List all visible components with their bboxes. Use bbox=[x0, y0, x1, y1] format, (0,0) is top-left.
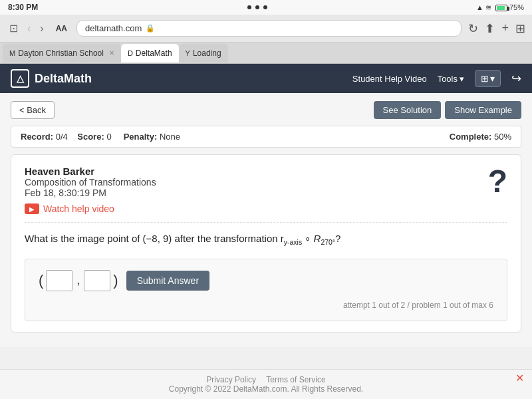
tools-label: Tools bbox=[438, 74, 458, 84]
back-to-list-button[interactable]: < Back bbox=[11, 101, 55, 119]
penalty-label: Penalty: bbox=[124, 132, 158, 142]
nav-buttons: ⊡ ‹ › bbox=[7, 21, 47, 36]
subscript-270: 270° bbox=[321, 238, 335, 246]
penalty-value: None bbox=[160, 132, 180, 142]
status-indicators: ▲ ≋ 75% bbox=[476, 3, 524, 12]
refresh-button[interactable]: ↻ bbox=[468, 21, 478, 36]
problem-date: Feb 18, 8:30:19 PM bbox=[25, 188, 507, 198]
complete-info: Complete: 50% bbox=[450, 132, 511, 142]
answer-row: ( , ) Submit Answer bbox=[39, 270, 493, 291]
battery-indicator: 75% bbox=[495, 3, 524, 11]
footer: Privacy Policy Terms of Service Copyrigh… bbox=[0, 369, 532, 399]
browser-actions: ↻ ⬆ + ⊞ bbox=[468, 21, 525, 36]
student-help-video-link[interactable]: Student Help Video bbox=[352, 74, 427, 84]
see-solution-button[interactable]: See Solution bbox=[374, 101, 442, 119]
answer-card: ( , ) Submit Answer attempt 1 out of 2 /… bbox=[25, 259, 507, 321]
student-info: Heaven Barker Composition of Transformat… bbox=[25, 166, 507, 198]
help-question-icon: ? bbox=[488, 166, 507, 198]
status-bar: 8:30 PM ▲ ≋ 75% bbox=[0, 0, 532, 15]
tab-label-deltamath: DeltaMath bbox=[136, 49, 172, 58]
share-button[interactable]: ⬆ bbox=[485, 21, 495, 36]
youtube-icon: ▶ bbox=[25, 203, 39, 214]
record-value: 0/4 bbox=[56, 132, 68, 142]
x-coordinate-input[interactable] bbox=[46, 270, 72, 291]
calculator-icon: ⊞ bbox=[481, 73, 489, 84]
terms-of-service-link[interactable]: Terms of Service bbox=[266, 375, 325, 384]
record-label: Record: bbox=[21, 132, 53, 142]
close-paren: ) bbox=[113, 272, 118, 289]
math-symbol: ∘ bbox=[302, 233, 313, 244]
problem-type: Composition of Transformations bbox=[25, 177, 507, 188]
problem-card: Heaven Barker Composition of Transformat… bbox=[11, 154, 521, 332]
comma: , bbox=[76, 273, 80, 287]
browser-chrome: ⊡ ‹ › AA deltamath.com 🔒 ↻ ⬆ + ⊞ bbox=[0, 15, 532, 43]
tab-loading[interactable]: Y Loading bbox=[179, 44, 228, 63]
tab-label-dayton: Dayton Christian School bbox=[18, 49, 104, 58]
question-end: ? bbox=[335, 233, 340, 244]
lock-icon: 🔒 bbox=[146, 24, 155, 33]
tools-button[interactable]: Tools ▾ bbox=[438, 74, 464, 84]
aa-button[interactable]: AA bbox=[53, 23, 70, 35]
divider bbox=[25, 222, 507, 223]
url-text: deltamath.com bbox=[85, 23, 142, 33]
logo-icon: △ bbox=[11, 69, 29, 88]
tab-favicon-deltamath: D bbox=[128, 49, 133, 57]
open-paren: ( bbox=[39, 272, 43, 289]
rotation-symbol: R bbox=[314, 233, 321, 244]
tab-favicon-loading: Y bbox=[186, 49, 190, 57]
calc-chevron-icon: ▾ bbox=[490, 73, 495, 84]
signout-button[interactable]: ↪ bbox=[511, 71, 521, 86]
toolbar-row: < Back See Solution Show Example bbox=[11, 101, 521, 119]
tabs-button[interactable]: ⊞ bbox=[515, 21, 525, 36]
browser-tabs: M Dayton Christian School ✕ D DeltaMath … bbox=[0, 43, 532, 64]
question-text: What is the image point of (−8, 9) after… bbox=[25, 231, 507, 248]
tab-dayton[interactable]: M Dayton Christian School ✕ bbox=[3, 44, 121, 63]
back-button[interactable]: ‹ bbox=[25, 21, 33, 36]
forward-button[interactable]: › bbox=[37, 21, 46, 36]
submit-answer-button[interactable]: Submit Answer bbox=[126, 271, 209, 291]
close-footer-button[interactable]: ✕ bbox=[515, 372, 524, 384]
tab-favicon-dayton: M bbox=[9, 49, 15, 57]
sidebar-toggle-button[interactable]: ⊡ bbox=[7, 21, 21, 36]
student-name: Heaven Barker bbox=[25, 166, 507, 177]
complete-value: 50% bbox=[494, 132, 511, 142]
app-logo: △ DeltaMath bbox=[11, 69, 92, 88]
status-dots bbox=[247, 5, 268, 9]
watch-video-link[interactable]: ▶ Watch help video bbox=[25, 203, 507, 214]
app-name: DeltaMath bbox=[35, 72, 92, 86]
tools-chevron-icon: ▾ bbox=[460, 74, 464, 84]
record-bar: Record: 0/4 Score: 0 Penalty: None Compl… bbox=[11, 126, 521, 148]
tab-close-dayton[interactable]: ✕ bbox=[109, 49, 114, 57]
score-label: Score: bbox=[77, 132, 104, 142]
calculator-button[interactable]: ⊞ ▾ bbox=[475, 70, 501, 87]
header-right: Student Help Video Tools ▾ ⊞ ▾ ↪ bbox=[352, 70, 521, 87]
watch-video-label: Watch help video bbox=[43, 203, 114, 214]
tab-deltamath[interactable]: D DeltaMath bbox=[121, 44, 179, 63]
copyright-text: Copyright © 2022 DeltaMath.com. All Righ… bbox=[11, 384, 521, 394]
main-content: < Back See Solution Show Example Record:… bbox=[0, 93, 532, 347]
action-buttons: See Solution Show Example bbox=[374, 101, 521, 119]
new-tab-button[interactable]: + bbox=[501, 21, 509, 35]
y-coordinate-input[interactable] bbox=[84, 270, 110, 291]
tab-label-loading: Loading bbox=[193, 49, 221, 58]
record-info: Record: 0/4 Score: 0 Penalty: None bbox=[21, 132, 180, 142]
attempt-info: attempt 1 out of 2 / problem 1 out of ma… bbox=[39, 301, 493, 310]
subscript-yaxis: y-axis bbox=[284, 238, 302, 246]
address-bar[interactable]: deltamath.com 🔒 bbox=[76, 20, 462, 37]
wifi-icon: ▲ ≋ bbox=[476, 3, 491, 12]
question-prefix: What is the image point of (−8, 9) after… bbox=[25, 233, 284, 244]
time-display: 8:30 PM bbox=[8, 3, 38, 12]
score-value: 0 bbox=[106, 132, 111, 142]
complete-label: Complete: bbox=[450, 132, 492, 142]
app-header: △ DeltaMath Student Help Video Tools ▾ ⊞… bbox=[0, 64, 532, 93]
show-example-button[interactable]: Show Example bbox=[445, 101, 521, 119]
privacy-policy-link[interactable]: Privacy Policy bbox=[206, 375, 256, 384]
